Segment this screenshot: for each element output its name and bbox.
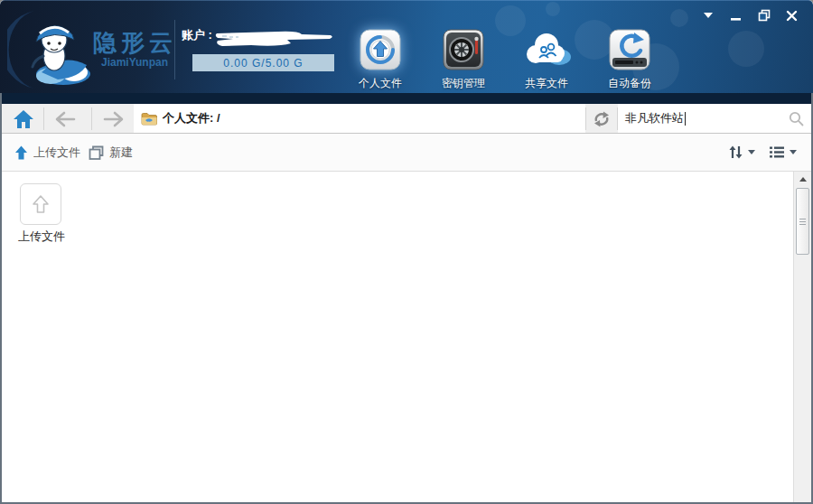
nav-item-personal-files[interactable]: 个人文件: [353, 27, 407, 91]
search-icon: [789, 111, 804, 126]
nav-label: 个人文件: [359, 76, 402, 91]
vertical-scrollbar[interactable]: [793, 172, 811, 502]
upload-file-button[interactable]: 上传文件: [14, 134, 80, 171]
shared-files-icon: [521, 27, 572, 72]
nav-item-key-management[interactable]: 密钥管理: [436, 27, 491, 91]
bokeh-decoration: [670, 9, 688, 27]
search-input[interactable]: 非凡软件站: [618, 104, 811, 133]
app-window: 隐形云 JiamiYunpan 账户 : 0.00 G/5.00 G: [0, 0, 813, 504]
file-list-area: 上传文件: [2, 172, 793, 502]
sort-icon: [728, 145, 743, 160]
nav-label: 共享文件: [525, 76, 568, 91]
storage-quota-bar: 0.00 G/5.00 G: [192, 54, 334, 71]
account-name-redacted: [215, 30, 334, 50]
new-file-icon: [89, 145, 104, 160]
chevron-down-icon: [790, 150, 797, 154]
header-bottom-strip: [0, 93, 813, 104]
brand-latin: JiamiYunpan: [101, 56, 168, 69]
navbar-separator: [43, 107, 44, 130]
breadcrumb-path: 个人文件: /: [163, 110, 220, 126]
restore-icon[interactable]: [757, 9, 771, 22]
upload-outline-arrow-icon: [31, 193, 51, 215]
account-label: 账户 :: [182, 27, 212, 43]
chevron-down-icon: [748, 150, 755, 154]
new-button[interactable]: 新建: [89, 134, 133, 171]
window-border: [0, 93, 2, 504]
bokeh-decoration: [546, 2, 560, 16]
nav-item-auto-backup[interactable]: 自动备份: [603, 27, 657, 91]
home-icon[interactable]: [7, 107, 40, 131]
nav-item-shared-files[interactable]: 共享文件: [519, 27, 574, 91]
folder-icon: [141, 112, 157, 126]
scroll-up-arrow-icon: [799, 177, 807, 182]
close-icon[interactable]: [785, 9, 799, 22]
auto-backup-icon: [609, 27, 650, 72]
main-nav: 个人文件: [353, 27, 657, 91]
file-toolbar: 上传文件 新建: [2, 134, 811, 172]
upload-tile-label: 上传文件: [2, 229, 81, 245]
scrollbar-thumb[interactable]: [796, 188, 809, 255]
upload-button-label: 上传文件: [33, 145, 80, 161]
personal-files-icon: [360, 27, 401, 72]
navbar-separator: [91, 107, 92, 130]
minimize-icon[interactable]: [729, 9, 743, 22]
app-header: 隐形云 JiamiYunpan 账户 : 0.00 G/5.00 G: [0, 0, 813, 93]
nav-label: 密钥管理: [442, 76, 485, 91]
forward-icon[interactable]: [96, 107, 132, 131]
text-caret: [685, 112, 686, 126]
nav-label: 自动备份: [608, 76, 651, 91]
header-separator: [174, 20, 175, 79]
search-value: 非凡软件站: [625, 110, 684, 126]
window-controls: [701, 9, 799, 22]
view-mode-dropdown[interactable]: [769, 134, 797, 171]
upload-arrow-icon: [14, 145, 28, 160]
scrollbar-grip: [799, 221, 806, 222]
refresh-icon[interactable]: [586, 107, 617, 131]
scrollbar-up-button[interactable]: [794, 172, 811, 186]
scrollbar-grip: [799, 224, 806, 225]
new-button-label: 新建: [109, 145, 133, 161]
menu-icon[interactable]: [701, 9, 715, 22]
list-view-icon: [769, 145, 785, 159]
key-management-icon: [443, 27, 484, 72]
back-icon[interactable]: [47, 107, 83, 131]
storage-quota-text: 0.00 G/5.00 G: [223, 57, 303, 70]
sort-dropdown[interactable]: [728, 134, 755, 171]
breadcrumb[interactable]: 个人文件: /: [134, 104, 585, 133]
scrollbar-grip: [799, 219, 806, 219]
brand-name: 隐形云: [93, 27, 177, 59]
upload-file-tile[interactable]: [20, 183, 61, 225]
bokeh-decoration: [728, 31, 764, 67]
navigation-bar: 个人文件: / 非凡软件站: [2, 104, 811, 134]
